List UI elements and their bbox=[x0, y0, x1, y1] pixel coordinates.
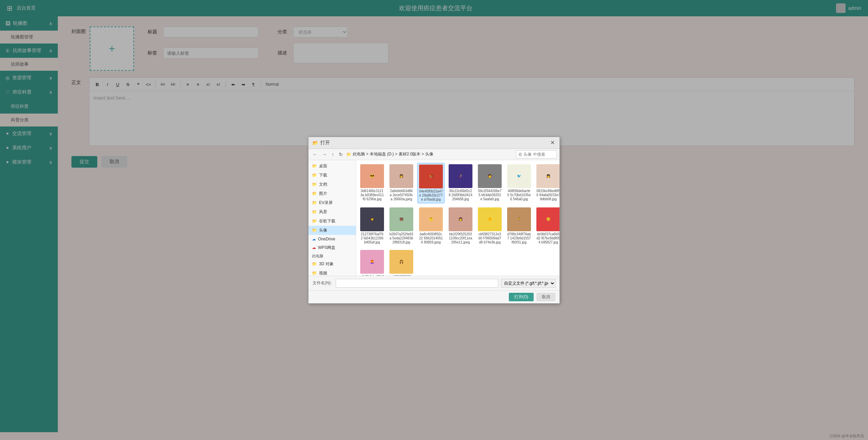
file-thumb: 🧑 bbox=[478, 164, 502, 188]
sidebar-folder-ev[interactable]: 📁EV录屏 bbox=[308, 198, 356, 207]
dialog-search-input[interactable] bbox=[516, 150, 557, 158]
sidebar-onedrive[interactable]: ☁OneDrive bbox=[308, 235, 356, 243]
dialog-close-button[interactable]: ✕ bbox=[549, 140, 555, 146]
file-item[interactable]: 🦸 30c22c66bf2c28 2bf0f3bb3414 204b58.jpg bbox=[447, 163, 474, 203]
sidebar-3dobj[interactable]: 📁3D 对象 bbox=[308, 259, 356, 269]
file-thumb: 🐻 bbox=[389, 207, 413, 231]
file-name: 04e45f0b22a47e 29a9b33c277e a76add.jpg bbox=[419, 189, 443, 202]
file-thumb: 🧍 bbox=[507, 207, 531, 231]
filename-label: 文件名(N): bbox=[313, 280, 333, 286]
folder-icon-3d: 📁 bbox=[312, 261, 317, 266]
file-dialog: 📂 打开 ✕ ← → ↑ ↻ 📁 此电脑 > 本地磁盘 (D:) > 素材2.0… bbox=[308, 137, 560, 304]
file-thumb: 🦸 bbox=[449, 164, 472, 188]
sidebar-folder-pics[interactable]: 📁图片 bbox=[308, 189, 356, 198]
file-item[interactable]: 🐥 cb59827312e3b0 f786509ad7d8 b74e3b.jpg bbox=[477, 206, 503, 246]
folder-icon-desktop: 📁 bbox=[312, 164, 317, 168]
file-name: ba8c4693892c22 66620140516 80859.jpeg bbox=[419, 232, 443, 244]
sidebar-folder-download[interactable]: 📁下载 bbox=[308, 171, 356, 180]
nav-up-button[interactable]: ↑ bbox=[330, 151, 335, 158]
file-thumb: 🤔 bbox=[419, 207, 443, 231]
file-item[interactable]: 🤔 ba8c4693892c22 66620140516 80859.jpeg bbox=[417, 206, 445, 246]
file-name: bb1f29f325203 1109cc20f11ea 295e11.jpeg bbox=[449, 232, 472, 244]
sidebar-folder-scenery[interactable]: 📁风景 bbox=[308, 207, 356, 217]
file-name: ec929682536c5d eeb2ca6a6a88 34083.jpg bbox=[389, 275, 413, 276]
file-item[interactable]: 🧔 212738f76af762 fa543b12266 b405af.jpg bbox=[359, 206, 385, 246]
folder-icon-avatar: 📁 bbox=[312, 228, 317, 233]
folder-open-icon: 📂 bbox=[313, 140, 318, 146]
file-item[interactable]: 🧑 59c2f344206e75 bfcbbb39252e 5aafa9.jpg bbox=[477, 163, 503, 203]
file-item[interactable]: 🧍 d780c348f76ab7 1423b6d1557 f60f31.jpg bbox=[506, 206, 532, 246]
file-item[interactable]: 😊 dc0b037ca6b5d2 f67bc8ddf064 b95827.jpg bbox=[535, 206, 560, 246]
folder-icon-scenery: 📁 bbox=[312, 209, 317, 214]
file-thumb: 🐥 bbox=[478, 207, 502, 231]
file-name: 212738f76af762 fa543b12266 b405af.jpg bbox=[360, 232, 384, 244]
breadcrumb: 📁 此电脑 > 本地磁盘 (D:) > 素材2.0版本 > 头像 bbox=[346, 151, 514, 157]
folder-icon-pics: 📁 bbox=[312, 191, 317, 196]
sidebar-wps[interactable]: ☁WPS网盘 bbox=[308, 243, 356, 252]
file-item[interactable]: 👩‍🦰 e6d8b5ded6fb66 cb3b46aa741 0530c0b.j… bbox=[359, 249, 385, 276]
sidebar-video[interactable]: 📁视频 bbox=[308, 269, 356, 276]
nav-forward-button[interactable]: → bbox=[321, 151, 328, 158]
file-item[interactable]: 🐻 b2607a252fa93a 5eda229483b 2f88318.jpg bbox=[388, 206, 415, 246]
folder-icon-docs: 📁 bbox=[312, 182, 317, 187]
folder-icon-download: 📁 bbox=[312, 173, 317, 177]
file-thumb: 🧛 bbox=[389, 250, 413, 274]
folder-icon-video: 📁 bbox=[312, 271, 317, 275]
breadcrumb-text: 此电脑 > 本地磁盘 (D:) > 素材2.0版本 > 头像 bbox=[353, 151, 433, 157]
sidebar-folder-avatar[interactable]: 📁头像 bbox=[308, 226, 356, 235]
file-name: e6d8b5ded6fb66 cb3b46aa741 0530c0b.jpg bbox=[360, 275, 384, 276]
file-name: d780c348f76ab7 1423b6d1557 f60f31.jpg bbox=[507, 232, 531, 244]
file-name: 408f36de6acfe5 5c70bd1035e6 546a0.jpg bbox=[507, 189, 531, 201]
folder-icon-google: 📁 bbox=[312, 219, 317, 223]
file-name: 0d61460c31213a b0389ec011f0 6290a.jpg bbox=[360, 189, 384, 201]
file-grid: 😎 0d61460c31213a b0389ec011f0 6290a.jpg … bbox=[359, 163, 557, 276]
dialog-titlebar: 📂 打开 ✕ bbox=[308, 137, 560, 149]
dialog-body: 📁桌面 📁下载 📁文档 📁图片 📁EV录屏 📁风景 bbox=[308, 160, 560, 276]
sidebar-folder-desktop[interactable]: 📁桌面 bbox=[308, 162, 356, 171]
file-thumb: 👩‍🦰 bbox=[360, 250, 384, 274]
nav-refresh-button[interactable]: ↻ bbox=[337, 151, 344, 158]
folder-icon-ev: 📁 bbox=[312, 200, 317, 205]
file-name: cb59827312e3b0 f786509ad7d8 b74e3b.jpg bbox=[478, 232, 502, 244]
sidebar-folder-google[interactable]: 📁谷歌下载 bbox=[308, 217, 356, 226]
cloud-icon-onedrive: ☁ bbox=[312, 237, 316, 241]
file-thumb: 😎 bbox=[360, 164, 384, 188]
dialog-overlay: 📂 打开 ✕ ← → ↑ ↻ 📁 此电脑 > 本地磁盘 (D:) > 素材2.0… bbox=[0, 0, 868, 440]
file-item-selected[interactable]: 🐓 04e45f0b22a47e 29a9b33c277e a76add.jpg bbox=[417, 163, 445, 203]
file-name: 59c2f344206e75 bfcbbb39252e 5aafa9.jpg bbox=[478, 189, 502, 201]
file-thumb: 🐦 bbox=[507, 164, 531, 188]
file-name: 30c22c66bf2c28 2bf0f3bb3414 204b58.jpg bbox=[449, 189, 472, 201]
cloud-icon-wps: ☁ bbox=[312, 245, 316, 250]
dialog-open-button[interactable]: 打开(O) bbox=[509, 293, 534, 301]
file-item[interactable]: 👩 bb1f29f325203 1109cc20f11ea 295e11.jpe… bbox=[447, 206, 474, 246]
file-thumb: 👧 bbox=[536, 164, 560, 188]
file-thumb: 🐓 bbox=[419, 165, 443, 188]
dialog-file-area: 😎 0d61460c31213a b0389ec011f0 6290a.jpg … bbox=[356, 160, 560, 276]
file-thumb: 👩 bbox=[449, 207, 472, 231]
dialog-cancel-button[interactable]: 取消 bbox=[536, 293, 555, 301]
file-item[interactable]: 🐦 408f36de6acfe5 5c70bd1035e6 546a0.jpg bbox=[506, 163, 532, 203]
file-name: b2607a252fa93a 5eda229483b 2f88318.jpg bbox=[389, 232, 413, 244]
file-name: 2a6ebb663d86a 2ece5f7450fca 26660a.jpeg bbox=[389, 189, 413, 201]
file-thumb: 👩 bbox=[389, 164, 413, 188]
file-name: 0815bc88ed8f56 94afa0f233e3 9dbb08.jpg bbox=[536, 189, 560, 201]
dialog-sidebar: 📁桌面 📁下载 📁文档 📁图片 📁EV录屏 📁风景 bbox=[308, 160, 356, 276]
sidebar-folder-docs[interactable]: 📁文档 bbox=[308, 180, 356, 189]
dialog-title: 📂 打开 bbox=[313, 140, 330, 146]
dialog-title-text: 打开 bbox=[320, 140, 330, 146]
file-item[interactable]: 😎 0d61460c31213a b0389ec011f0 6290a.jpg bbox=[359, 163, 385, 203]
file-name: dc0b037ca6b5d2 f67bc8ddf064 b95827.jpg bbox=[536, 232, 560, 244]
file-item[interactable]: 👩 2a6ebb663d86a 2ece5f7450fca 26660a.jpe… bbox=[388, 163, 415, 203]
file-item[interactable]: 🧛 ec929682536c5d eeb2ca6a6a88 34083.jpg bbox=[388, 249, 415, 276]
folder-icon: 📁 bbox=[346, 152, 351, 157]
nav-back-button[interactable]: ← bbox=[311, 151, 319, 158]
filetype-select[interactable]: 自定义文件 (*.gif;*.jif;*.jpeg bbox=[501, 279, 555, 288]
sidebar-section-pc: 此电脑 bbox=[308, 252, 356, 259]
dialog-nav-toolbar: ← → ↑ ↻ 📁 此电脑 > 本地磁盘 (D:) > 素材2.0版本 > 头像 bbox=[308, 149, 560, 160]
file-thumb: 🧔 bbox=[360, 207, 384, 231]
filename-input[interactable] bbox=[336, 279, 498, 288]
file-thumb: 😊 bbox=[536, 207, 560, 231]
file-item[interactable]: 👧 0815bc88ed8f56 94afa0f233e3 9dbb08.jpg bbox=[535, 163, 560, 203]
dialog-action-buttons: 打开(O) 取消 bbox=[308, 290, 560, 303]
dialog-footer: 文件名(N): 自定义文件 (*.gif;*.jif;*.jpeg bbox=[308, 276, 560, 290]
